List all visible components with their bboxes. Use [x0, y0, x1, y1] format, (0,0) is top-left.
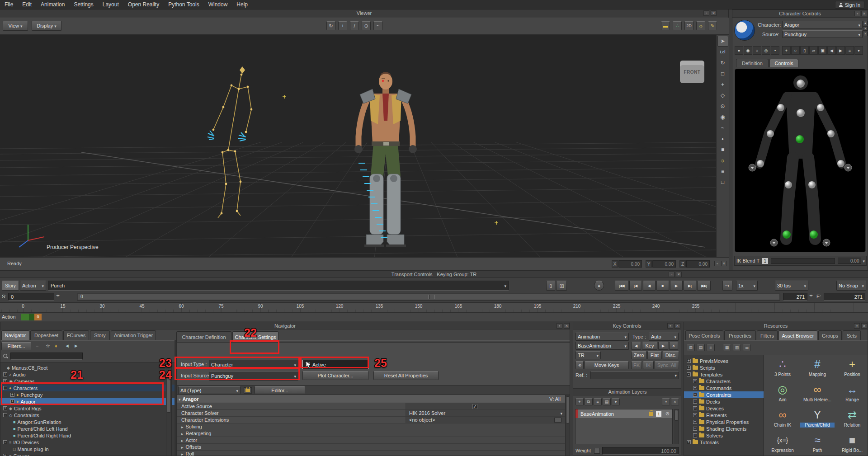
tree-item-solvers[interactable]: Solvers: [684, 432, 764, 439]
tree-item-elements[interactable]: Elements: [684, 412, 764, 418]
keying-mode-icon-5[interactable]: •: [771, 46, 779, 55]
expand-icon[interactable]: [687, 440, 691, 444]
collapse-icon[interactable]: [3, 440, 7, 444]
property-group-offsets[interactable]: Offsets: [177, 444, 565, 451]
asset-parent-child[interactable]: YParent/Child: [800, 407, 835, 431]
ref-select[interactable]: [590, 371, 679, 379]
cube-tool-icon[interactable]: [717, 144, 728, 155]
move-keys-icon[interactable]: ⟲: [576, 361, 584, 369]
expand-icon[interactable]: [693, 413, 697, 417]
rotate-tool-icon[interactable]: [717, 57, 728, 68]
record-button[interactable]: [594, 281, 604, 291]
head-effector[interactable]: [797, 80, 805, 88]
prev-key-button[interactable]: [629, 281, 642, 291]
expand-icon[interactable]: [693, 406, 697, 410]
region-tool-icon[interactable]: [717, 68, 728, 79]
editor-button[interactable]: Editor...: [255, 386, 305, 394]
asset-relation[interactable]: ⇄Relation: [835, 407, 868, 431]
tab-controls[interactable]: Controls: [769, 59, 798, 67]
expand-icon[interactable]: [693, 393, 697, 397]
tree-item-tutorials[interactable]: Tutorials: [684, 439, 764, 446]
list-view-icon[interactable]: ☰: [743, 344, 751, 351]
property-row-value[interactable]: HIK 2016 Solver: [406, 410, 565, 417]
tree-item-audio[interactable]: Audio: [0, 371, 175, 378]
tree-refresh-icon[interactable]: ≡: [707, 344, 715, 351]
keying-mode-icon-4[interactable]: ◎: [762, 46, 770, 55]
action-track[interactable]: Action 0: [0, 312, 868, 321]
light-icon[interactable]: [696, 21, 705, 30]
step-back-button[interactable]: [643, 281, 656, 291]
hips-effector[interactable]: [796, 135, 804, 143]
layer-settings-icon[interactable]: ▤: [603, 398, 611, 405]
tab-pose-controls[interactable]: Pose Controls: [685, 330, 723, 340]
back-icon[interactable]: [65, 343, 70, 348]
collapse-icon[interactable]: [687, 372, 691, 376]
asset-path[interactable]: ≈Path: [800, 432, 835, 456]
tree-item-parent-child-left[interactable]: Parent/Child Left Hand: [0, 425, 175, 432]
light-tool-icon[interactable]: [717, 155, 728, 166]
tab-sets[interactable]: Sets: [843, 330, 861, 340]
prev-key-icon[interactable]: ◀: [827, 46, 836, 55]
fps-select[interactable]: 30 fps: [775, 281, 808, 291]
keying-mode-icon-3[interactable]: ○: [753, 46, 761, 55]
list-options-icon[interactable]: [36, 343, 38, 348]
menu-file[interactable]: File: [0, 1, 18, 8]
point-tool-icon[interactable]: [717, 133, 728, 144]
sign-in-button[interactable]: Sign In: [835, 1, 864, 9]
tab-story[interactable]: Story: [90, 330, 110, 340]
tree-item-io-devices[interactable]: I/O Devices: [0, 439, 175, 446]
tab-asset-browser[interactable]: Asset Browser: [778, 330, 817, 340]
tree-item-characters[interactable]: Characters: [684, 378, 764, 385]
expand-icon[interactable]: [693, 400, 697, 404]
tab-properties[interactable]: Properties: [724, 330, 756, 340]
select-tool-icon[interactable]: ➤: [717, 36, 728, 47]
plot-character-button[interactable]: Plot Character...: [302, 371, 368, 380]
menu-layout[interactable]: Layout: [98, 1, 123, 8]
large-icons-icon[interactable]: ▦: [723, 344, 731, 351]
tab-filters[interactable]: Filters: [757, 330, 778, 340]
property-grid-header[interactable]: Aragor V: All: [177, 395, 565, 403]
expand-icon[interactable]: [3, 372, 7, 376]
expand-icon[interactable]: [693, 386, 697, 390]
weight-field[interactable]: 100.00: [602, 447, 679, 455]
source-select[interactable]: Punchguy: [782, 30, 863, 38]
property-row-label[interactable]: Active Source: [177, 403, 406, 410]
float-panel-icon[interactable]: [557, 323, 562, 329]
close-panel-icon[interactable]: [711, 10, 717, 16]
layer-select[interactable]: BaseAnimation: [576, 342, 629, 350]
small-icons-icon[interactable]: ▥: [733, 344, 741, 351]
tab-groups[interactable]: Groups: [818, 330, 842, 340]
tree-item-commands[interactable]: Commands: [684, 385, 764, 391]
viewport-3d[interactable]: FRONT Producer Perspective: [0, 35, 716, 257]
pan-tool-icon[interactable]: [338, 21, 347, 30]
layer-lock-icon[interactable]: ▪: [662, 398, 670, 405]
goto-start-button[interactable]: [615, 281, 628, 291]
menu-animation[interactable]: Animation: [36, 1, 69, 8]
panel-mini-icon[interactable]: ▪: [863, 26, 868, 31]
stance-icon[interactable]: ▣: [818, 46, 827, 55]
layer-row-baseanimation[interactable]: BaseAnimation 1 ⊘: [576, 409, 672, 418]
pin-translate-icon[interactable]: +: [782, 46, 791, 55]
tab-animation-trigger[interactable]: Animation Trigger: [111, 330, 156, 340]
close-panel-icon[interactable]: [721, 261, 727, 266]
new-layer-icon[interactable]: +: [576, 398, 584, 405]
local-ref-icon[interactable]: Lcl: [717, 47, 728, 57]
forward-icon[interactable]: [74, 343, 79, 348]
favorite-icon[interactable]: [46, 343, 50, 349]
layer-filter-icon[interactable]: ▾: [612, 398, 620, 405]
property-group-roll[interactable]: Roll: [177, 451, 565, 456]
expand-icon[interactable]: [687, 359, 691, 363]
close-panel-icon[interactable]: [675, 323, 680, 329]
zero-button[interactable]: Zero: [631, 351, 646, 359]
tree-item-devices[interactable]: Devices: [684, 405, 764, 412]
keying-mode-icon-2[interactable]: ◉: [744, 46, 752, 55]
merge-layers-icon[interactable]: ≡: [594, 398, 602, 405]
asset-expression[interactable]: {x=}Expression: [765, 432, 800, 456]
tree-item-physical-properties[interactable]: Physical Properties: [684, 418, 764, 425]
story-mode-button[interactable]: Story: [2, 281, 19, 291]
asset-rigid-body[interactable]: ■Rigid Bo...: [835, 432, 868, 456]
layer-delete-icon[interactable]: ×: [671, 398, 679, 405]
tab-dopesheet[interactable]: Dopesheet: [30, 330, 62, 340]
z-value-field[interactable]: 0.00: [686, 260, 710, 268]
expand-icon[interactable]: [693, 427, 697, 431]
